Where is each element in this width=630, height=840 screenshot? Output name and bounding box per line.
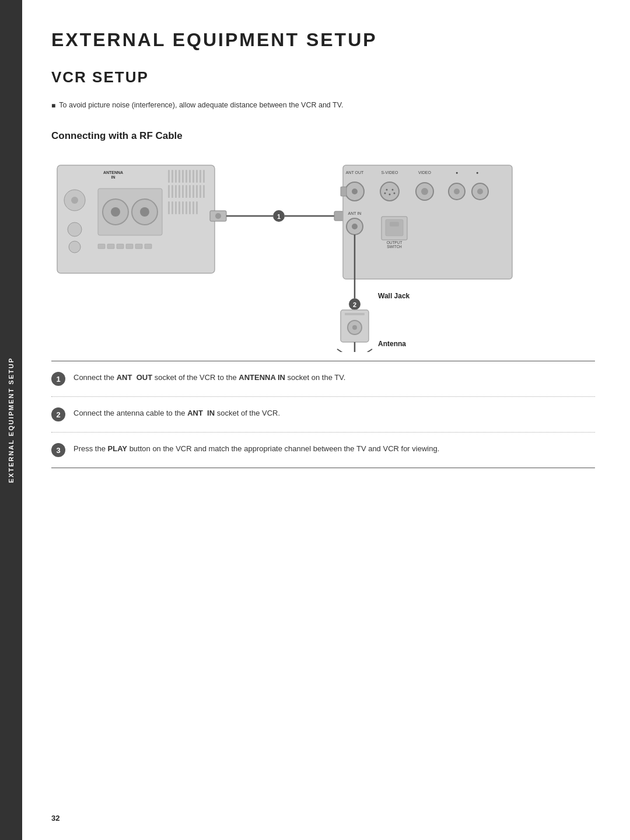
svg-rect-43 [117, 244, 124, 249]
step-row-1: 1 Connect the ANT OUT socket of the VCR … [51, 361, 595, 397]
svg-rect-44 [126, 244, 133, 249]
svg-rect-6 [186, 170, 187, 183]
svg-point-66 [386, 189, 388, 191]
notice-body: To avoid picture noise (interference), a… [59, 101, 343, 109]
svg-point-74 [454, 189, 460, 194]
svg-point-35 [69, 241, 80, 253]
svg-rect-25 [175, 201, 177, 214]
svg-rect-20 [196, 185, 198, 198]
step-circle-2: 2 [51, 407, 65, 421]
svg-line-96 [337, 349, 355, 352]
svg-text:●: ● [476, 170, 478, 175]
svg-rect-12 [168, 185, 170, 198]
svg-point-40 [140, 207, 149, 217]
svg-rect-11 [203, 170, 205, 183]
svg-rect-7 [189, 170, 191, 183]
svg-point-72 [421, 188, 428, 195]
svg-rect-90 [345, 313, 365, 315]
svg-rect-10 [200, 170, 201, 183]
step-text-1: Connect the ANT OUT socket of the VCR to… [74, 372, 345, 384]
sidebar-label: EXTERNAL EQUIPMENT SETUP [8, 357, 15, 483]
svg-point-92 [352, 325, 357, 330]
svg-rect-16 [182, 185, 184, 198]
step-circle-3: 3 [51, 443, 65, 457]
svg-point-38 [111, 207, 120, 217]
svg-rect-14 [175, 185, 177, 198]
svg-text:SWITCH: SWITCH [387, 245, 402, 249]
svg-rect-17 [186, 185, 187, 198]
step-row-3: 3 Press the PLAY button on the VCR and m… [51, 433, 595, 468]
svg-rect-64 [341, 187, 346, 196]
svg-rect-15 [178, 185, 180, 198]
svg-rect-4 [178, 170, 180, 183]
svg-point-70 [394, 193, 396, 194]
svg-rect-28 [186, 201, 187, 214]
svg-point-63 [352, 189, 358, 194]
svg-rect-24 [172, 201, 173, 214]
steps-section: 1 Connect the ANT OUT socket of the VCR … [51, 361, 595, 468]
svg-text:S-VIDEO: S-VIDEO [382, 170, 398, 175]
svg-text:1: 1 [277, 213, 281, 220]
svg-rect-19 [192, 185, 194, 198]
svg-rect-31 [196, 201, 198, 214]
svg-text:ANTENNA: ANTENNA [103, 170, 123, 175]
svg-rect-46 [145, 244, 152, 249]
notice-text: ■ To avoid picture noise (interference),… [51, 101, 595, 110]
svg-text:IN: IN [111, 175, 116, 179]
svg-point-76 [477, 189, 483, 194]
svg-rect-42 [107, 244, 114, 249]
svg-point-68 [384, 193, 386, 194]
page-title: EXTERNAL EQUIPMENT SETUP [51, 29, 595, 51]
bottom-border [51, 468, 595, 468]
svg-text:●: ● [456, 170, 458, 175]
svg-rect-45 [135, 244, 142, 249]
notice-bullet: ■ [51, 102, 55, 110]
svg-rect-26 [178, 201, 180, 214]
svg-rect-56 [343, 165, 512, 279]
svg-rect-5 [182, 170, 184, 183]
svg-rect-18 [189, 185, 191, 198]
section-title: VCR SETUP [51, 68, 595, 86]
svg-point-67 [392, 189, 394, 191]
diagram-svg: ANTENNA IN 1 ANT OUT S-VIDEO VIDEO [51, 154, 576, 352]
svg-rect-3 [175, 170, 177, 183]
step-text-2: Connect the antenna cable to the ANT IN … [74, 407, 280, 419]
svg-text:ANT OUT: ANT OUT [346, 170, 364, 175]
svg-point-65 [380, 182, 399, 201]
step-circle-1: 1 [51, 372, 65, 386]
svg-rect-9 [196, 170, 198, 183]
svg-point-50 [215, 213, 221, 219]
svg-rect-82 [390, 222, 399, 226]
svg-rect-13 [172, 185, 173, 198]
svg-rect-29 [189, 201, 191, 214]
svg-text:Antenna: Antenna [378, 340, 406, 348]
page-number: 32 [51, 814, 60, 822]
svg-point-79 [352, 224, 358, 229]
subsection-title: Connecting with a RF Cable [51, 130, 595, 142]
svg-text:ANT IN: ANT IN [348, 211, 362, 215]
diagram-wrapper: ANTENNA IN 1 ANT OUT S-VIDEO VIDEO [51, 154, 595, 352]
svg-rect-27 [182, 201, 184, 214]
svg-rect-23 [168, 201, 170, 214]
svg-text:VIDEO: VIDEO [418, 170, 431, 175]
svg-rect-41 [98, 244, 105, 249]
svg-text:Wall Jack: Wall Jack [378, 292, 410, 300]
svg-rect-22 [203, 185, 205, 198]
step-text-3: Press the PLAY button on the VCR and mat… [74, 443, 439, 455]
svg-rect-8 [192, 170, 194, 183]
svg-rect-30 [192, 201, 194, 214]
sidebar: EXTERNAL EQUIPMENT SETUP [0, 0, 22, 840]
svg-rect-1 [168, 170, 170, 183]
svg-line-97 [355, 349, 372, 352]
svg-text:OUTPUT: OUTPUT [387, 241, 402, 245]
svg-point-34 [68, 222, 82, 236]
svg-point-33 [71, 197, 78, 204]
svg-text:2: 2 [353, 301, 356, 308]
svg-rect-2 [172, 170, 173, 183]
step-row-2: 2 Connect the antenna cable to the ANT I… [51, 397, 595, 433]
main-content: EXTERNAL EQUIPMENT SETUP VCR SETUP ■ To … [22, 0, 630, 840]
svg-point-69 [389, 194, 391, 196]
svg-rect-21 [200, 185, 201, 198]
